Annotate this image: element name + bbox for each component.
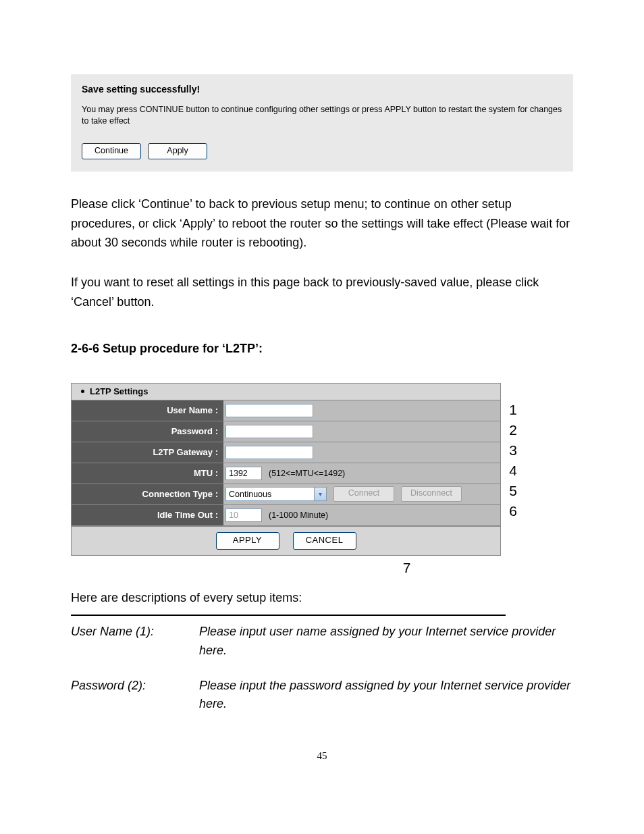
save-success-message: You may press CONTINUE button to continu… (82, 104, 562, 127)
panel-title: L2TP Settings (90, 386, 148, 396)
label-idle-timeout: Idle Time Out : (72, 505, 223, 525)
user-name-input[interactable] (225, 404, 313, 417)
connect-button[interactable]: Connect (333, 486, 394, 502)
idle-timeout-input[interactable] (225, 509, 262, 522)
l2tp-gateway-input[interactable] (225, 446, 313, 459)
section-heading: 2-6-6 Setup procedure for ‘L2TP’: (71, 342, 573, 356)
label-user-name: User Name : (72, 400, 223, 421)
desc-term: Password (2): (71, 677, 199, 731)
desc-definition: Please input user name assigned by your … (199, 623, 573, 677)
desc-definition: Please input the password assigned by yo… (199, 677, 573, 731)
mtu-hint: (512<=MTU<=1492) (269, 469, 345, 478)
annotation-6: 6 (501, 501, 517, 521)
descriptions-intro: Here are descriptions of every setup ite… (71, 591, 573, 605)
connection-type-select[interactable]: Continuous ▾ (225, 487, 327, 501)
page-number: 45 (71, 750, 573, 762)
label-l2tp-gateway: L2TP Gateway : (72, 442, 223, 463)
label-password: Password : (72, 421, 223, 442)
descriptions-table: User Name (1): Please input user name as… (71, 623, 573, 731)
save-success-panel: Save setting successfully! You may press… (71, 74, 573, 172)
apply-button[interactable]: Apply (148, 143, 207, 159)
annotation-column: 1 2 3 4 5 6 (501, 383, 517, 556)
desc-term: User Name (1): (71, 623, 199, 677)
bullet-icon (81, 390, 84, 393)
chevron-down-icon: ▾ (314, 488, 326, 500)
annotation-4: 4 (501, 461, 517, 481)
divider (71, 615, 506, 616)
settings-apply-button[interactable]: APPLY (216, 532, 279, 550)
label-mtu: MTU : (72, 463, 223, 484)
annotation-1: 1 (501, 400, 517, 420)
connection-type-value: Continuous (226, 490, 314, 499)
save-success-title: Save setting successfully! (82, 84, 562, 95)
panel-header: L2TP Settings (72, 384, 500, 400)
annotation-5: 5 (501, 481, 517, 501)
annotation-2: 2 (501, 420, 517, 440)
idle-timeout-hint: (1-1000 Minute) (269, 511, 328, 520)
annotation-3: 3 (501, 440, 517, 461)
label-connection-type: Connection Type : (72, 484, 223, 504)
l2tp-settings-panel: L2TP Settings User Name : Password : L2T… (71, 383, 501, 556)
disconnect-button[interactable]: Disconnect (401, 486, 462, 502)
instruction-paragraph-2: If you want to reset all settings in thi… (71, 273, 573, 312)
settings-cancel-button[interactable]: CANCEL (293, 532, 356, 550)
mtu-input[interactable] (225, 467, 262, 480)
continue-button[interactable]: Continue (82, 143, 141, 159)
password-input[interactable] (225, 425, 313, 438)
annotation-7: 7 (71, 560, 500, 576)
instruction-paragraph-1: Please click ‘Continue’ to back to previ… (71, 194, 573, 253)
